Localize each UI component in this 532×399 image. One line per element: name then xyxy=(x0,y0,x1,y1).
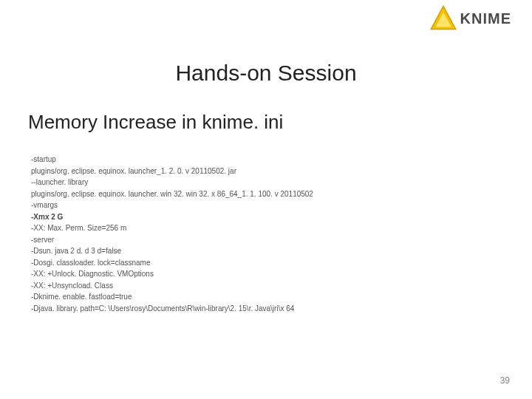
ini-line: -Dknime. enable. fastload=true xyxy=(31,291,501,303)
ini-line: -XX: +Unsyncload. Class xyxy=(31,280,501,292)
slide-subtitle: Memory Increase in knime. ini xyxy=(28,111,283,134)
ini-line: -Dsun. java 2 d. d 3 d=false xyxy=(31,245,501,257)
brand-logo: KNIME xyxy=(429,4,511,33)
ini-line: -vmargs xyxy=(31,200,501,211)
ini-line: -XX: +Unlock. Diagnostic. VMOptions xyxy=(31,268,501,280)
slide-title: Hands-on Session xyxy=(0,61,532,86)
brand-name: KNIME xyxy=(460,10,511,27)
ini-line: plugins/org. eclipse. equinox. launcher_… xyxy=(31,166,501,177)
ini-line: -startup xyxy=(31,154,501,166)
page-number: 39 xyxy=(500,375,510,386)
ini-code-block: -startup plugins/org. eclipse. equinox. … xyxy=(31,154,501,314)
knime-triangle-icon xyxy=(429,4,457,33)
ini-line-highlight: -Xmx 2 G xyxy=(31,211,501,223)
ini-line: --launcher. library xyxy=(31,177,501,188)
ini-line: -server xyxy=(31,234,501,246)
ini-line: -Dosgi. classloader. lock=classname xyxy=(31,257,501,269)
ini-line: -XX: Max. Perm. Size=256 m xyxy=(31,222,501,234)
ini-line: plugins/org. eclipse. equinox. launcher.… xyxy=(31,188,501,200)
ini-line: -Djava. library. path=C: \Users\rosy\Doc… xyxy=(31,303,501,315)
